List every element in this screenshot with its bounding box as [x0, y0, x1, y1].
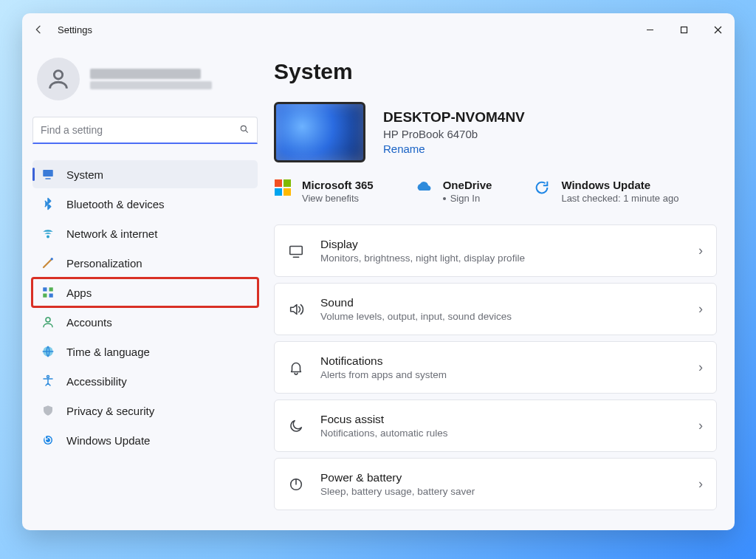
avatar	[37, 58, 80, 100]
settings-list: DisplayMonitors, brightness, night light…	[274, 224, 717, 510]
setting-title: Notifications	[320, 354, 682, 368]
cloud-row: Microsoft 365 View benefits OneDrive Sig…	[274, 179, 717, 204]
close-button[interactable]	[701, 18, 735, 41]
setting-subtitle: Notifications, automatic rules	[320, 428, 682, 439]
person-icon	[41, 315, 55, 329]
setting-item-focus-assist[interactable]: Focus assistNotifications, automatic rul…	[274, 399, 717, 452]
sidebar-item-privacy-security[interactable]: Privacy & security	[32, 397, 258, 425]
titlebar: Settings	[22, 13, 735, 46]
sidebar-item-label: Bluetooth & devices	[66, 198, 249, 210]
setting-title: Sound	[320, 296, 682, 309]
monitor-icon	[41, 168, 55, 181]
search-placeholder: Find a setting	[41, 124, 103, 136]
svg-rect-14	[43, 294, 47, 298]
m365-sub: View benefits	[302, 193, 374, 204]
setting-subtitle: Alerts from apps and system	[320, 369, 682, 380]
back-button[interactable]	[31, 22, 46, 37]
setting-subtitle: Sleep, battery usage, battery saver	[320, 486, 682, 497]
sidebar-item-label: Time & language	[66, 346, 249, 358]
onedrive-card[interactable]: OneDrive Sign In	[415, 179, 492, 204]
sidebar-item-network-internet[interactable]: Network & internet	[32, 219, 258, 247]
setting-item-notifications[interactable]: NotificationsAlerts from apps and system…	[274, 341, 717, 394]
setting-subtitle: Monitors, brightness, night light, displ…	[320, 253, 682, 264]
svg-rect-7	[43, 170, 53, 176]
search-input[interactable]: Find a setting	[32, 117, 258, 144]
rename-link[interactable]: Rename	[383, 143, 525, 155]
sidebar-item-time-language[interactable]: Time & language	[32, 337, 258, 366]
device-name: DESKTOP-NVOM4NV	[383, 109, 525, 126]
svg-rect-15	[49, 294, 53, 298]
device-model: HP ProBook 6470b	[383, 128, 525, 140]
setting-title: Power & battery	[320, 471, 682, 484]
sidebar-item-label: Apps	[66, 287, 249, 299]
sidebar-item-label: System	[66, 168, 249, 181]
svg-point-18	[47, 376, 49, 378]
svg-rect-13	[49, 287, 53, 291]
moon-icon	[288, 418, 304, 434]
windows-update-card[interactable]: Windows Update Last checked: 1 minute ag…	[533, 179, 678, 204]
svg-point-16	[46, 318, 50, 322]
sidebar-item-label: Personalization	[66, 257, 249, 270]
sidebar-item-label: Accessibility	[66, 375, 249, 388]
sidebar-item-label: Windows Update	[66, 434, 249, 447]
setting-item-sound[interactable]: SoundVolume levels, output, input, sound…	[274, 283, 717, 335]
svg-line-6	[245, 130, 247, 132]
apps-icon	[41, 286, 55, 299]
search-icon	[239, 124, 250, 137]
minimize-button[interactable]	[633, 18, 667, 41]
chevron-right-icon: ›	[698, 418, 703, 433]
settings-window: Settings	[22, 13, 735, 530]
svg-rect-12	[43, 287, 47, 291]
sidebar-item-bluetooth-devices[interactable]: Bluetooth & devices	[32, 190, 258, 218]
device-thumbnail[interactable]	[274, 102, 365, 162]
svg-point-5	[241, 126, 246, 131]
m365-title: Microsoft 365	[302, 179, 374, 191]
shield-icon	[41, 404, 55, 417]
sidebar-item-system[interactable]: System	[32, 160, 258, 188]
svg-rect-1	[681, 27, 687, 32]
setting-item-display[interactable]: DisplayMonitors, brightness, night light…	[274, 224, 717, 277]
device-row: DESKTOP-NVOM4NV HP ProBook 6470b Rename	[274, 102, 717, 162]
bell-icon	[288, 360, 304, 376]
sidebar-item-apps[interactable]: Apps	[32, 278, 258, 306]
sidebar: Find a setting SystemBluetooth & devices…	[22, 46, 267, 530]
update-title: Windows Update	[561, 179, 678, 191]
main-content[interactable]: System DESKTOP-NVOM4NV HP ProBook 6470b …	[267, 46, 735, 530]
setting-title: Focus assist	[320, 413, 682, 426]
sidebar-item-personalization[interactable]: Personalization	[32, 249, 258, 277]
setting-item-power-battery[interactable]: Power & batterySleep, battery usage, bat…	[274, 458, 717, 510]
svg-line-10	[44, 260, 52, 268]
sidebar-item-accounts[interactable]: Accounts	[32, 308, 258, 336]
update-icon	[41, 433, 55, 447]
wifi-icon	[41, 227, 55, 240]
brush-icon	[41, 256, 55, 270]
sidebar-item-label: Accounts	[66, 316, 249, 329]
onedrive-icon	[415, 179, 433, 196]
profile-name-blurred	[90, 69, 212, 89]
sidebar-item-label: Privacy & security	[66, 405, 249, 417]
sound-icon	[288, 301, 304, 318]
chevron-right-icon: ›	[698, 360, 703, 375]
access-icon	[41, 374, 55, 388]
setting-subtitle: Volume levels, output, input, sound devi…	[320, 311, 682, 322]
sidebar-item-label: Network & internet	[66, 227, 249, 240]
chevron-right-icon: ›	[698, 476, 703, 492]
power-icon	[288, 476, 304, 493]
display-icon	[288, 243, 304, 259]
update-icon	[533, 179, 551, 196]
maximize-button[interactable]	[667, 18, 701, 41]
window-title: Settings	[58, 24, 92, 35]
sidebar-item-accessibility[interactable]: Accessibility	[32, 367, 258, 395]
onedrive-sub: Sign In	[443, 193, 492, 204]
svg-point-4	[54, 71, 62, 79]
svg-point-11	[51, 258, 53, 260]
bluetooth-icon	[41, 197, 55, 210]
sidebar-item-windows-update[interactable]: Windows Update	[32, 426, 258, 454]
chevron-right-icon: ›	[698, 301, 703, 317]
setting-title: Display	[320, 238, 682, 251]
m365-card[interactable]: Microsoft 365 View benefits	[274, 179, 374, 204]
update-sub: Last checked: 1 minute ago	[561, 193, 678, 204]
profile-block[interactable]	[32, 53, 258, 114]
sidebar-nav: SystemBluetooth & devicesNetwork & inter…	[32, 160, 258, 454]
page-heading: System	[274, 59, 717, 84]
